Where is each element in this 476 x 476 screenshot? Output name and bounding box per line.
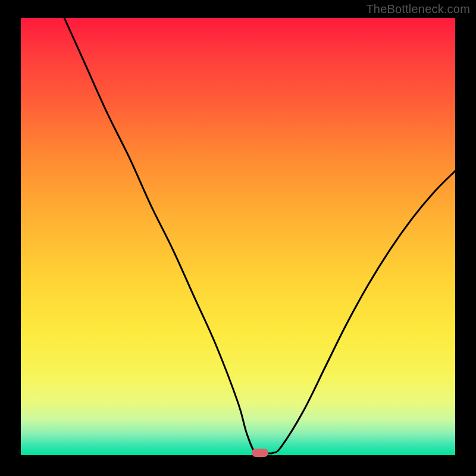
chart-frame: TheBottleneck.com [0, 0, 476, 476]
plot-area [21, 18, 455, 455]
minimum-marker [252, 449, 268, 457]
bottleneck-curve [21, 18, 455, 455]
watermark-text: TheBottleneck.com [366, 2, 470, 16]
